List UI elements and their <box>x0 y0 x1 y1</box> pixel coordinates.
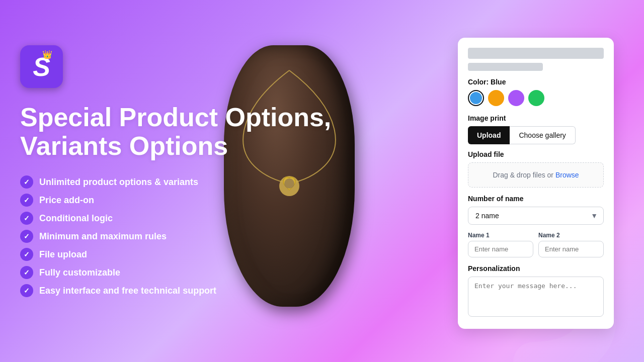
feature-text: Price add-on <box>39 195 94 206</box>
swatch-purple[interactable] <box>508 90 524 106</box>
feature-item: ✓ Conditional logic <box>20 212 372 225</box>
headline-line2: Variants Options <box>20 132 372 160</box>
feature-text: Fully customizable <box>39 267 120 278</box>
image-print-buttons: Upload Choose gallery <box>468 126 604 144</box>
feature-item: ✓ Fully customizable <box>20 266 372 279</box>
color-label: Color: Blue <box>468 78 604 86</box>
logo: S 👑 <box>20 45 63 88</box>
personalization-textarea[interactable] <box>468 277 604 317</box>
upload-file-label: Upload file <box>468 150 604 158</box>
name2-group: Name 2 <box>538 232 604 257</box>
feature-item: ✓ File upload <box>20 248 372 261</box>
logo-crown: 👑 <box>42 50 52 59</box>
check-icon: ✓ <box>20 212 33 225</box>
name2-label: Name 2 <box>538 232 604 239</box>
gallery-button[interactable]: Choose gallery <box>510 126 575 144</box>
feature-item: ✓ Easy interface and free technical supp… <box>20 284 372 297</box>
product-card: Color: Blue Image print Upload Choose ga… <box>458 38 614 329</box>
name1-input[interactable] <box>468 241 533 257</box>
headline: Special Product Options, Variants Option… <box>20 103 372 160</box>
number-of-name-wrapper: 1 name 2 name 3 name ▼ <box>468 207 604 225</box>
check-icon: ✓ <box>20 266 33 279</box>
number-of-name-label: Number of name <box>468 195 604 203</box>
feature-list: ✓ Unlimited product options & variants ✓… <box>20 175 372 297</box>
feature-item: ✓ Minimum and maximum rules <box>20 230 372 243</box>
swatch-orange[interactable] <box>488 90 504 106</box>
name1-group: Name 1 <box>468 232 533 257</box>
headline-line1: Special Product Options, <box>20 103 372 132</box>
upload-button[interactable]: Upload <box>468 126 510 144</box>
feature-text: Easy interface and free technical suppor… <box>39 286 216 296</box>
check-icon: ✓ <box>20 284 33 297</box>
left-panel: S 👑 Special Product Options, Variants Op… <box>20 0 372 362</box>
browse-link[interactable]: Browse <box>555 171 579 179</box>
personalization-label: Personalization <box>468 264 604 273</box>
check-icon: ✓ <box>20 175 33 189</box>
check-icon: ✓ <box>20 194 33 207</box>
feature-text: Minimum and maximum rules <box>39 231 167 242</box>
feature-item: ✓ Price add-on <box>20 194 372 207</box>
check-icon: ✓ <box>20 230 33 243</box>
upload-dropzone[interactable]: Drag & drop files or Browse <box>468 162 604 188</box>
name-fields-row: Name 1 Name 2 <box>468 232 604 257</box>
swatch-blue[interactable] <box>468 90 484 106</box>
upload-drag-text: Drag & drop files or <box>493 171 555 179</box>
color-swatches <box>468 90 604 106</box>
feature-text: Unlimited product options & variants <box>39 177 198 188</box>
number-of-name-select[interactable]: 1 name 2 name 3 name <box>468 207 604 225</box>
feature-item: ✓ Unlimited product options & variants <box>20 175 372 189</box>
product-subtitle-skeleton <box>468 63 543 71</box>
feature-text: File upload <box>39 249 87 260</box>
name1-label: Name 1 <box>468 232 533 239</box>
check-icon: ✓ <box>20 248 33 261</box>
feature-text: Conditional logic <box>39 213 113 224</box>
swatch-green[interactable] <box>528 90 544 106</box>
name2-input[interactable] <box>538 241 604 257</box>
product-title-skeleton <box>468 48 604 59</box>
image-print-label: Image print <box>468 114 604 122</box>
